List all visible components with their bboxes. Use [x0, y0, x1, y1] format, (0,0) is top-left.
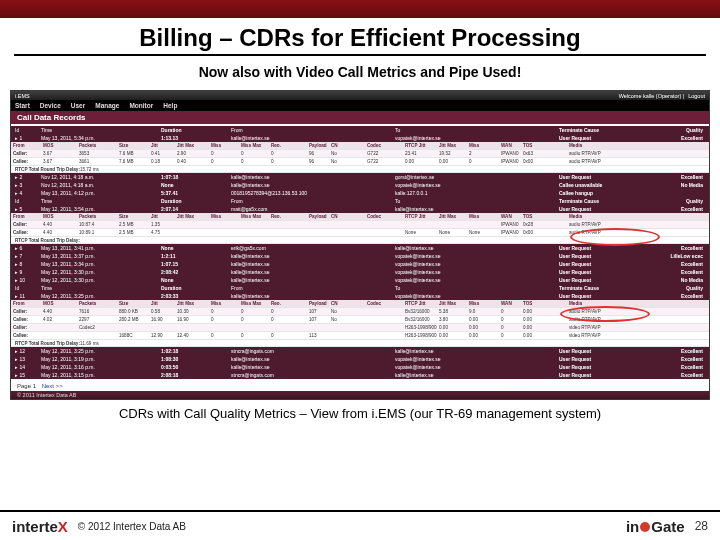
cdr-main-row[interactable]: ▸ 10May 12, 2011, 3:30 p.m.Nonekalle@int…	[11, 276, 709, 284]
ingate-logo: inGate	[626, 518, 685, 535]
copyright-text: © 2012 Intertex Data AB	[78, 521, 186, 532]
slide-number: 28	[695, 519, 708, 533]
cdr-main-header: IdTimeDurationFromToTerminate CauseQuali…	[11, 197, 709, 205]
cdr-main-row[interactable]: ▸ 3Nov 12, 2011, 4:18 a.m.Nonekalle@inte…	[11, 181, 709, 189]
cdr-main-row[interactable]: ▸ 11May 12, 2011, 3:25 p.m.2:03:33kalle@…	[11, 292, 709, 300]
slide-caption: CDRs with Call Quality Metrics – View fr…	[10, 406, 710, 421]
pager-page-label: Page 1	[17, 383, 36, 389]
menu-help[interactable]: Help	[163, 102, 177, 109]
pager-next-link[interactable]: Next >>	[42, 383, 63, 389]
cdr-main-row[interactable]: ▸ 12May 12, 2011, 3:25 p.m.1:02:18stncra…	[11, 347, 709, 355]
menu-manage[interactable]: Manage	[95, 102, 119, 109]
cdr-main-row[interactable]: ▸ 6May 13, 2011, 3:41 p.m.Noneerik@ga5x.…	[11, 244, 709, 252]
cdr-main-row[interactable]: ▸ 1May 13, 2011, 5:34 p.m.1:13.13kalle@i…	[11, 134, 709, 142]
menu-device[interactable]: Device	[40, 102, 61, 109]
cdr-rtcp-row: RTCP Total Round Trip Delay:	[11, 237, 709, 244]
cdr-rtcp-row: RTCP Total Round Trip Delay: 15.72 ms	[11, 166, 709, 173]
iems-titlebar: i.EMS Welcome kalle (Operator) | Logout	[11, 91, 709, 100]
cdr-sub-row: Caller:Codec2H263-1998/900000.000.0000.0…	[11, 324, 709, 332]
iems-brand: i.EMS	[15, 93, 30, 99]
cdr-sub-header: FromMOSPacketsSizeJittJitt MaxMissMiss M…	[11, 142, 709, 150]
iems-welcome-text: Welcome kalle (Operator) |	[619, 93, 685, 99]
cdr-main-header: IdTimeDurationFromToTerminate CauseQuali…	[11, 126, 709, 134]
cdr-sub-row: Callee:4.4010:89.12.5 MB4.75NoneNoneNone…	[11, 229, 709, 237]
cdr-sub-row: Callee:1688C12.9012.40000113H263-1998/90…	[11, 332, 709, 340]
cdr-main-row[interactable]: ▸ 2Nov 12, 2011, 4:18 a.m.1:07:18kalle@i…	[11, 173, 709, 181]
menu-start[interactable]: Start	[15, 102, 30, 109]
cdr-sub-row: Caller:3.6736537.6 MB0.412.9000096NoG722…	[11, 150, 709, 158]
cdr-main-row[interactable]: ▸ 7May 13, 2011, 3:37 p.m.1:2:11kalle@in…	[11, 252, 709, 260]
cdr-sub-header: FromMOSPacketsSizeJittJitt MaxMissMiss M…	[11, 213, 709, 221]
cdr-main-header: IdTimeDurationFromToTerminate CauseQuali…	[11, 284, 709, 292]
cdr-main-row[interactable]: ▸ 14May 12, 2011, 3:16 p.m.0:03:50kalle@…	[11, 363, 709, 371]
cdr-records-area: IdTimeDurationFromToTerminate CauseQuali…	[11, 124, 709, 381]
iems-window: i.EMS Welcome kalle (Operator) | Logout …	[10, 90, 710, 400]
slide-footer: interteX © 2012 Intertex Data AB inGate …	[0, 510, 720, 540]
cdr-main-row[interactable]: ▸ 13May 12, 2011, 3:19 p.m.1:08:30kalle@…	[11, 355, 709, 363]
cdr-sub-row: Callee:4.022297280.2 MB16.9016.90000107N…	[11, 316, 709, 324]
slide-title: Billing – CDRs for Efficient Processing	[14, 18, 706, 56]
cdr-rtcp-row: RTCP Total Round Trip Delay: 11.69 ms	[11, 340, 709, 347]
menu-monitor[interactable]: Monitor	[129, 102, 153, 109]
cdr-main-row[interactable]: ▸ 8May 13, 2011, 3:34 p.m.1:07.15kalle@i…	[11, 260, 709, 268]
cdr-sub-row: Caller:4.407616880.0 KB0.5810.30000107No…	[11, 308, 709, 316]
cdr-sub-row: Callee:3.6736617.6 MB0.180.4000096NoG722…	[11, 158, 709, 166]
cdr-main-row[interactable]: ▸ 5May 12, 2011, 3:54 p.m.2:07.14matt@ga…	[11, 205, 709, 213]
pager: Page 1 Next >>	[11, 381, 709, 391]
cdr-main-row[interactable]: ▸ 4May 13, 2011, 4:12 p.m.5:37.410018195…	[11, 189, 709, 197]
cdr-sub-row: Caller:4.4010:87.42.5 MB1.35IPWAN00x28au…	[11, 221, 709, 229]
iems-menu: Start Device User Manage Monitor Help	[11, 100, 709, 111]
iems-footer-copy: © 2011 Intertex Data AB	[11, 391, 709, 399]
cdr-section-title: Call Data Records	[11, 111, 709, 124]
slide-subtitle: Now also with Video Call Metrics and Pip…	[0, 56, 720, 90]
intertex-logo: interteX	[12, 518, 68, 535]
cdr-main-row[interactable]: ▸ 15May 12, 2011, 3:15 p.m.2:08:18stncra…	[11, 371, 709, 379]
iems-logout-link[interactable]: Logout	[688, 93, 705, 99]
cdr-sub-header: FromMOSPacketsSizeJittJitt MaxMissMiss M…	[11, 300, 709, 308]
menu-user[interactable]: User	[71, 102, 85, 109]
cdr-main-row[interactable]: ▸ 9May 12, 2011, 3:30 p.m.2:08:42kalle@i…	[11, 268, 709, 276]
slide-top-stripe	[0, 0, 720, 18]
